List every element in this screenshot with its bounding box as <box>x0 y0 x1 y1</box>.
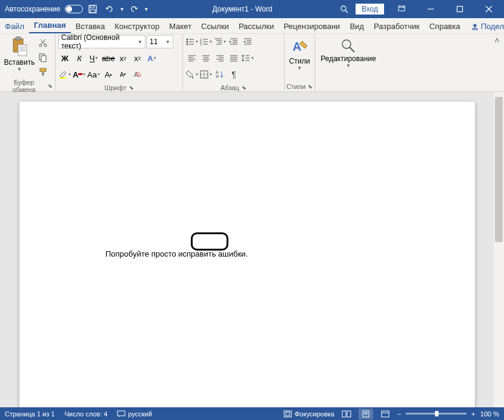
decrease-indent-button[interactable] <box>227 35 240 48</box>
clear-format-button[interactable]: A <box>131 68 144 81</box>
spellcheck-icon <box>117 410 125 418</box>
svg-line-20 <box>41 39 45 44</box>
tab-mailings[interactable]: Рассылки <box>234 19 279 33</box>
text-effects-button[interactable]: A▼ <box>145 51 159 65</box>
styles-launcher[interactable]: ⬊ <box>308 84 313 90</box>
grow-font-button[interactable]: A▴ <box>102 68 115 81</box>
font-name-select[interactable]: Calibri (Основной текст)▼ <box>58 35 145 48</box>
justify-button[interactable] <box>227 51 240 65</box>
font-launcher[interactable]: ⬊ <box>129 85 134 91</box>
titlebar: Автосохранение ▼ ▼ Документ1 - Word Вход <box>0 0 504 18</box>
autosave-toggle[interactable] <box>65 5 83 13</box>
sort-button[interactable]: АЯ <box>213 68 227 81</box>
tab-help[interactable]: Справка <box>425 19 465 33</box>
strike-button[interactable]: abe <box>102 51 115 65</box>
scrollbar-thumb[interactable] <box>495 97 503 242</box>
borders-button[interactable]: ▼ <box>199 68 213 81</box>
read-mode-icon[interactable] <box>339 409 354 419</box>
svg-rect-89 <box>382 411 389 417</box>
tab-insert[interactable]: Вставка <box>71 19 110 33</box>
maximize-icon[interactable] <box>446 0 474 18</box>
font-size-select[interactable]: 11▼ <box>147 35 173 48</box>
collapse-ribbon-icon[interactable]: ᐱ <box>492 35 502 45</box>
tab-review[interactable]: Рецензировани <box>279 19 345 33</box>
paragraph-label: Абзац <box>220 84 239 91</box>
subscript-button[interactable]: x2 <box>116 51 130 65</box>
language-indicator[interactable]: русский <box>117 410 151 418</box>
svg-point-19 <box>44 44 47 47</box>
numbering-button[interactable]: 123▼ <box>199 35 213 48</box>
tab-file[interactable]: Файл <box>0 19 29 33</box>
svg-rect-85 <box>347 411 351 417</box>
svg-rect-27 <box>78 73 82 75</box>
format-painter-icon[interactable] <box>38 67 48 77</box>
login-button[interactable]: Вход <box>356 4 384 15</box>
align-center-button[interactable] <box>199 51 213 65</box>
change-case-button[interactable]: Aa▼ <box>87 68 101 81</box>
shrink-font-button[interactable]: A▾ <box>116 68 130 81</box>
increase-indent-button[interactable] <box>241 35 254 48</box>
font-size-value: 11 <box>150 38 158 46</box>
zoom-level[interactable]: 100 % <box>480 410 499 418</box>
clipboard-launcher[interactable]: ⬊ <box>48 83 53 89</box>
undo-icon[interactable] <box>102 2 117 16</box>
save-icon[interactable] <box>85 2 100 16</box>
focus-label: Фокусировка <box>294 410 334 418</box>
misspelled-word[interactable]: ашибки <box>218 249 245 258</box>
italic-button[interactable]: К <box>73 51 86 65</box>
statusbar: Страница 1 из 1 Число слов: 4 русский Фо… <box>0 407 504 420</box>
cut-icon[interactable] <box>38 38 48 48</box>
styles-group: A Стили ▼ Стили⬊ <box>285 34 315 91</box>
page-indicator[interactable]: Страница 1 из 1 <box>5 410 55 418</box>
multilevel-button[interactable]: ▼ <box>213 35 227 48</box>
ribbon-display-icon[interactable] <box>388 0 416 18</box>
share-icon <box>471 23 479 30</box>
vertical-scrollbar[interactable] <box>494 92 504 407</box>
bold-button[interactable]: Ж <box>58 51 71 65</box>
web-layout-icon[interactable] <box>378 409 393 419</box>
paste-icon <box>10 36 29 58</box>
text-before: Попробуйте просто исправить <box>105 249 218 258</box>
bullets-button[interactable]: ▼ <box>185 35 199 48</box>
focus-mode[interactable]: Фокусировка <box>284 410 334 418</box>
focus-icon <box>284 410 292 418</box>
tab-home[interactable]: Главная <box>29 18 71 33</box>
tab-references[interactable]: Ссылки <box>196 19 234 33</box>
font-group: Calibri (Основной текст)▼ 11▼ Ж К Ч▼ abe… <box>56 34 183 91</box>
align-right-button[interactable] <box>213 51 227 65</box>
zoom-out-button[interactable]: − <box>397 410 401 418</box>
superscript-button[interactable]: x2 <box>131 51 144 65</box>
document-page[interactable]: Попробуйте просто исправить ашибки. <box>19 102 475 407</box>
editing-button[interactable]: Редактирование ▼ <box>317 35 379 71</box>
line-spacing-button[interactable]: ▼ <box>241 51 254 65</box>
tabbar: Файл Главная Вставка Конструктор Макет С… <box>0 18 504 34</box>
svg-rect-84 <box>342 411 346 417</box>
svg-point-3 <box>341 6 346 11</box>
styles-button[interactable]: A Стили ▼ <box>287 35 312 73</box>
zoom-slider[interactable] <box>406 413 466 415</box>
align-left-button[interactable] <box>185 51 199 65</box>
tab-view[interactable]: Вид <box>345 19 369 33</box>
copy-icon[interactable] <box>38 52 48 63</box>
zoom-in-button[interactable]: + <box>471 410 475 418</box>
redo-icon[interactable] <box>127 2 141 16</box>
paste-button[interactable]: Вставить ▼ <box>2 35 36 73</box>
search-icon[interactable] <box>336 2 352 16</box>
paragraph-launcher[interactable]: ⬊ <box>242 85 247 91</box>
svg-line-80 <box>350 47 354 52</box>
show-marks-button[interactable]: ¶ <box>227 68 240 81</box>
underline-button[interactable]: Ч▼ <box>87 51 101 65</box>
print-layout-icon[interactable] <box>359 409 373 419</box>
shading-button[interactable]: ▼ <box>185 68 199 81</box>
tab-developer[interactable]: Разработчик <box>369 19 425 33</box>
word-count[interactable]: Число слов: 4 <box>64 410 107 418</box>
font-color-button[interactable]: A▼ <box>73 68 86 81</box>
svg-rect-24 <box>40 68 46 71</box>
tab-design[interactable]: Конструктор <box>110 19 164 33</box>
highlight-button[interactable]: ▼ <box>58 68 71 81</box>
tab-layout[interactable]: Макет <box>164 19 196 33</box>
minimize-icon[interactable] <box>417 0 445 18</box>
close-icon[interactable] <box>475 0 503 18</box>
share-button[interactable]: Поделиться <box>465 19 504 33</box>
document-text[interactable]: Попробуйте просто исправить ашибки. <box>105 249 248 258</box>
